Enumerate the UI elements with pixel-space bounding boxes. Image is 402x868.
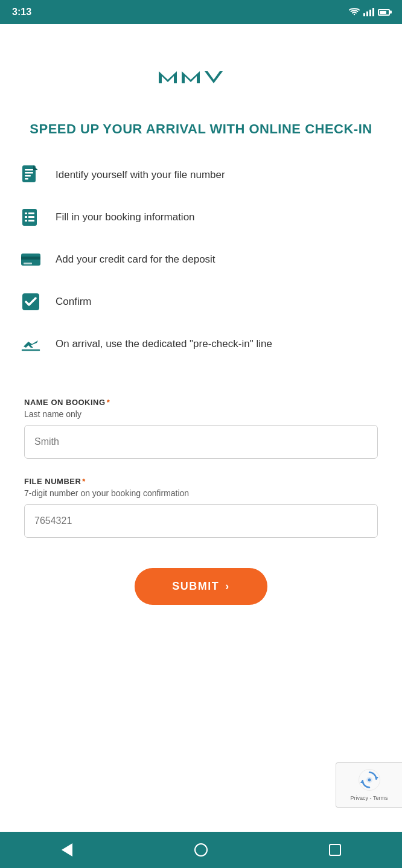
file-number-input[interactable] xyxy=(24,504,378,538)
page-headline: SPEED UP YOUR ARRIVAL WITH ONLINE CHECK-… xyxy=(5,121,396,138)
status-icons xyxy=(349,8,390,16)
step-text-1: Identify yourself with your file number xyxy=(56,168,225,182)
step-item-1: Identify yourself with your file number xyxy=(18,162,384,188)
svg-rect-1 xyxy=(25,169,33,171)
name-form-section: NAME ON BOOKING* Last name only xyxy=(0,398,402,459)
step-item-5: On arrival, use the dedicated "pre-check… xyxy=(18,331,384,357)
file-number-field-hint: 7-digit number on your booking confirmat… xyxy=(24,488,378,498)
submit-area: SUBMIT › xyxy=(0,568,402,605)
nav-home-button[interactable] xyxy=(189,838,213,862)
svg-rect-10 xyxy=(28,216,34,218)
document-icon xyxy=(18,162,43,188)
battery-icon xyxy=(378,9,390,16)
submit-button[interactable]: SUBMIT › xyxy=(135,568,267,605)
svg-rect-3 xyxy=(25,175,31,177)
recaptcha-text: Privacy - Terms xyxy=(351,794,388,802)
signal-bars-icon xyxy=(363,8,374,16)
name-field-hint: Last name only xyxy=(24,409,378,419)
status-time: 3:13 xyxy=(12,7,31,18)
recaptcha-terms-link[interactable]: Terms xyxy=(373,795,388,801)
svg-rect-8 xyxy=(28,212,34,214)
mmv-logo xyxy=(153,60,249,91)
submit-label: SUBMIT xyxy=(172,580,219,593)
chevron-right-icon: › xyxy=(225,580,230,593)
check-icon xyxy=(18,289,43,314)
svg-rect-15 xyxy=(24,263,32,264)
name-required-marker: * xyxy=(107,398,110,407)
credit-card-icon xyxy=(18,247,43,272)
main-content: SPEED UP YOUR ARRIVAL WITH ONLINE CHECK-… xyxy=(0,24,402,653)
svg-rect-2 xyxy=(25,172,33,174)
home-icon xyxy=(194,843,208,857)
steps-list: Identify yourself with your file number … xyxy=(0,162,402,374)
svg-point-21 xyxy=(368,779,371,782)
step-item-3: Add your credit card for the deposit xyxy=(18,247,384,272)
wifi-icon xyxy=(349,8,360,16)
svg-rect-14 xyxy=(21,257,40,260)
svg-rect-4 xyxy=(25,178,28,180)
nav-back-button[interactable] xyxy=(55,838,79,862)
list-icon xyxy=(18,205,43,230)
name-input[interactable] xyxy=(24,425,378,459)
recaptcha-privacy-link[interactable]: Privacy xyxy=(351,795,369,801)
recaptcha-logo xyxy=(357,768,381,792)
back-icon xyxy=(62,843,72,857)
file-number-field-label: FILE NUMBER* xyxy=(24,477,378,486)
file-number-form-section: FILE NUMBER* 7-digit number on your book… xyxy=(0,477,402,538)
svg-rect-9 xyxy=(25,216,27,218)
step-item-4: Confirm xyxy=(18,289,384,314)
name-field-label: NAME ON BOOKING* xyxy=(24,398,378,407)
step-text-4: Confirm xyxy=(56,295,92,308)
file-number-required-marker: * xyxy=(82,477,86,486)
logo-area xyxy=(153,60,249,91)
step-text-2: Fill in your booking information xyxy=(56,211,195,224)
step-text-5: On arrival, use the dedicated "pre-check… xyxy=(56,337,272,351)
svg-rect-7 xyxy=(25,212,27,214)
step-item-2: Fill in your booking information xyxy=(18,205,384,230)
recents-icon xyxy=(329,844,341,856)
plane-icon xyxy=(18,331,43,357)
step-text-3: Add your credit card for the deposit xyxy=(56,253,215,266)
svg-rect-12 xyxy=(28,220,34,222)
svg-rect-11 xyxy=(25,220,27,222)
nav-bar xyxy=(0,832,402,868)
status-bar: 3:13 xyxy=(0,0,402,24)
nav-recents-button[interactable] xyxy=(323,838,347,862)
recaptcha-badge: Privacy - Terms xyxy=(336,762,402,808)
